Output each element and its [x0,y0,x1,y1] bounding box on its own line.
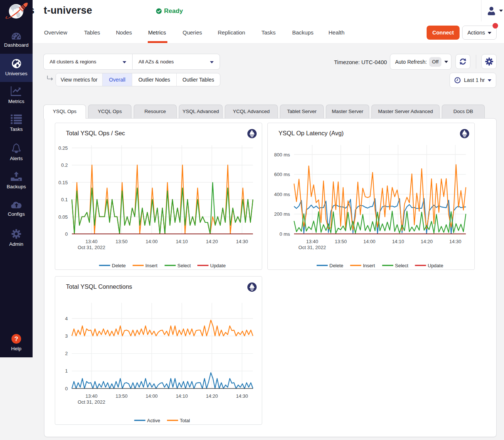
svg-text:Active: Active [147,418,160,423]
svg-text:3: 3 [65,333,68,339]
svg-text:13:50: 13:50 [335,239,347,244]
svg-text:Update: Update [428,263,443,268]
svg-text:Oct 31, 2022: Oct 31, 2022 [78,399,105,405]
svg-text:Delete: Delete [112,263,126,268]
svg-text:14:20: 14:20 [421,239,433,244]
svg-text:0.2: 0.2 [61,162,68,168]
svg-text:0 ms: 0 ms [280,231,290,237]
svg-text:Total: Total [180,418,190,423]
svg-text:14:30: 14:30 [236,239,248,244]
svg-text:14:20: 14:20 [206,239,218,244]
svg-text:4: 4 [65,316,68,321]
svg-text:14:00: 14:00 [363,239,376,244]
svg-text:Select: Select [177,263,191,268]
svg-text:14:20: 14:20 [206,393,218,399]
svg-text:13:40: 13:40 [86,393,98,399]
svg-text:600 ms: 600 ms [274,172,290,177]
svg-text:14:30: 14:30 [236,393,248,399]
svg-text:YSQL Op Latency (Avg): YSQL Op Latency (Avg) [278,130,344,136]
svg-text:13:40: 13:40 [306,239,318,244]
svg-text:14:30: 14:30 [449,239,461,244]
svg-text:14:00: 14:00 [146,393,158,399]
svg-text:14:10: 14:10 [176,393,188,399]
svg-text:1: 1 [65,368,68,374]
svg-text:14:00: 14:00 [146,239,158,244]
svg-text:0.1: 0.1 [61,197,68,202]
svg-text:14:10: 14:10 [392,239,404,244]
svg-text:0.25: 0.25 [59,145,68,151]
svg-text:Total YSQL Ops / Sec: Total YSQL Ops / Sec [66,130,125,136]
svg-text:800 ms: 800 ms [274,152,290,158]
svg-text:200 ms: 200 ms [274,211,290,217]
svg-text:13:40: 13:40 [86,239,98,244]
svg-text:Insert: Insert [146,263,158,268]
svg-text:Total YSQL Connections: Total YSQL Connections [66,283,132,290]
svg-text:Select: Select [395,263,409,268]
svg-text:0.05: 0.05 [59,214,68,220]
svg-text:Delete: Delete [330,263,344,268]
svg-text:0: 0 [65,386,68,391]
svg-text:Oct 31, 2022: Oct 31, 2022 [78,245,105,250]
svg-text:0.15: 0.15 [59,180,68,185]
svg-text:14:10: 14:10 [176,239,188,244]
svg-text:Oct 31, 2022: Oct 31, 2022 [298,245,326,250]
svg-text:400 ms: 400 ms [274,192,290,197]
svg-text:13:50: 13:50 [116,393,128,399]
svg-text:?: ? [14,335,18,343]
svg-text:Insert: Insert [363,263,375,268]
svg-text:2: 2 [65,351,68,356]
svg-text:0: 0 [65,231,68,237]
svg-text:Update: Update [210,263,226,268]
svg-text:13:50: 13:50 [116,239,128,244]
